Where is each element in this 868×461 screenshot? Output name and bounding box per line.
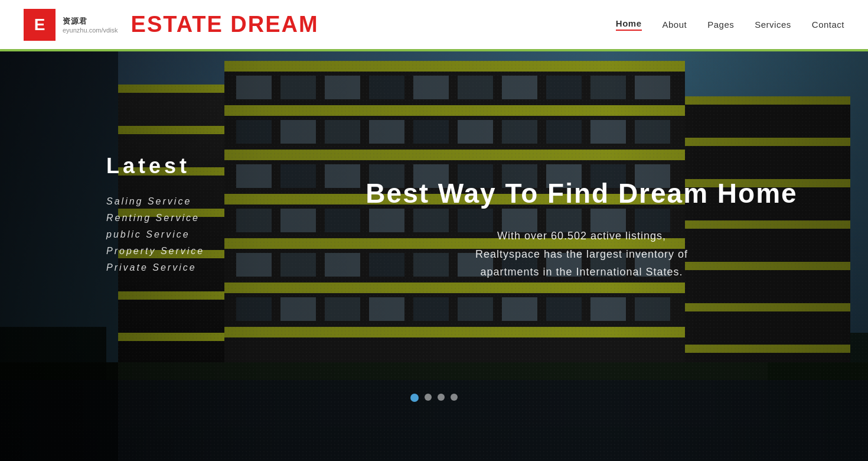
slider-dots [410, 394, 458, 402]
svg-rect-93 [0, 49, 118, 461]
hero-description: With over 60.502 active listings, Realty… [342, 227, 821, 281]
slide-dot-2[interactable] [425, 394, 432, 401]
hero-service-4: Property Service [106, 246, 204, 257]
hero-service-1: Saling Service [106, 196, 204, 207]
nav-about[interactable]: About [663, 20, 687, 30]
slide-dot-1[interactable] [410, 394, 419, 402]
site-title: ESTATE DREAM [131, 12, 319, 37]
nav-pages[interactable]: Pages [707, 20, 734, 30]
hero-services-list: Saling Service Renting Service public Se… [106, 196, 204, 273]
logo-icon: E [24, 9, 56, 41]
hero-section: Latest Saling Service Renting Service pu… [0, 0, 868, 461]
hero-main-title: Best Way To Find Dream Home [342, 177, 821, 209]
hero-center-content: Best Way To Find Dream Home With over 60… [342, 177, 821, 281]
hero-service-2: Renting Service [106, 213, 204, 223]
hero-service-5: Private Service [106, 262, 204, 273]
site-header: E 资源君 eyunzhu.com/vdisk ESTATE DREAM Hom… [0, 0, 868, 49]
hero-latest-label: Latest [106, 154, 204, 178]
logo-text: 资源君 eyunzhu.com/vdisk [63, 16, 118, 34]
nav-home[interactable]: Home [616, 18, 642, 31]
logo-area: E 资源君 eyunzhu.com/vdisk ESTATE DREAM [24, 9, 319, 41]
nav-contact[interactable]: Contact [812, 20, 844, 30]
slide-dot-3[interactable] [438, 394, 445, 401]
main-nav: Home About Pages Services Contact [616, 18, 844, 31]
slide-dot-4[interactable] [451, 394, 458, 401]
hero-service-3: public Service [106, 229, 204, 240]
logo-brand: 资源君 [63, 16, 118, 27]
hero-left-content: Latest Saling Service Renting Service pu… [106, 154, 204, 273]
logo-url: eyunzhu.com/vdisk [63, 27, 118, 34]
nav-services[interactable]: Services [755, 20, 791, 30]
hero-top-strip [0, 49, 868, 51]
